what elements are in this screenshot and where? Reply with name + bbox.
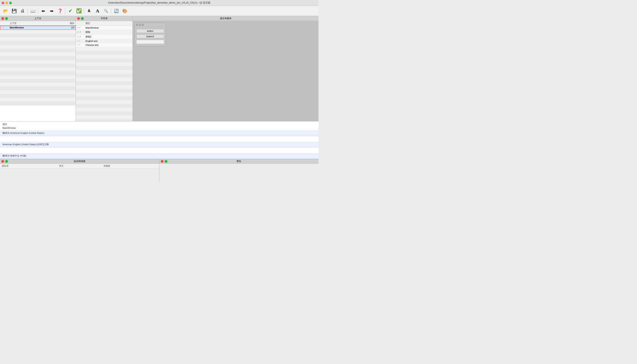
- stripe-row: [76, 62, 132, 66]
- window-title: /Users/leo/Documents/code/cppProject/lan…: [108, 1, 210, 5]
- forward-button[interactable]: ➡: [48, 7, 56, 15]
- status-icons: ? ✓: [77, 26, 83, 29]
- stripe-row: [76, 47, 132, 51]
- back-button[interactable]: ⬅: [39, 7, 47, 15]
- preview-window-titlebar: [135, 23, 166, 27]
- toolbar-separator-4: [84, 8, 84, 14]
- phrases-panel-controls: ✕ ⊙: [1, 160, 8, 163]
- string-row-status: ✓ ✓: [76, 34, 84, 39]
- book-button[interactable]: 📖: [29, 7, 37, 15]
- context-panel-restore[interactable]: ⊙: [5, 17, 8, 20]
- save-button[interactable]: 💾: [10, 7, 18, 15]
- table-row[interactable]: ? ? MainWindow 1/5: [0, 26, 76, 30]
- status-icons: ? ?: [77, 44, 83, 46]
- comment-en-section: American English (United States) 的译文注释: [0, 142, 318, 148]
- string-row-text: English text: [84, 39, 132, 43]
- stripe-row: [0, 60, 76, 64]
- context-panel-close[interactable]: ✕: [1, 17, 4, 20]
- stripe-row: [76, 104, 132, 108]
- phrases-col-translation: 译文: [57, 164, 102, 168]
- check-icon: ✓: [77, 31, 79, 34]
- context-col-status: [0, 21, 9, 26]
- table-row[interactable]: ✓ ✓ 按钮: [76, 30, 132, 34]
- close-button[interactable]: [2, 2, 4, 4]
- open-button[interactable]: 📂: [2, 7, 10, 15]
- table-row[interactable]: ? ? Chinese text: [76, 43, 132, 47]
- main-layout: ✕ ⊙ 上下文 上下文 项目: [0, 16, 318, 182]
- comment-en-input[interactable]: [3, 149, 316, 152]
- stripe-row: [76, 112, 132, 115]
- stripe-row: [0, 94, 76, 98]
- toolbar-separator-1: [28, 8, 28, 14]
- table-row[interactable]: ? ✓ MainWindow: [76, 26, 132, 30]
- color-button[interactable]: 🎨: [121, 7, 129, 15]
- help-button[interactable]: ❓: [56, 7, 64, 15]
- phrases-panel: ✕ ⊙ 短语和猜测 源短语 译文 准确度: [0, 159, 159, 182]
- preview-button-2[interactable]: button2: [136, 34, 164, 38]
- font-button[interactable]: A: [94, 7, 102, 15]
- ampersand-button[interactable]: &: [85, 7, 93, 15]
- context-panel-header: ✕ ⊙ 上下文: [0, 16, 76, 21]
- preview-button-1[interactable]: button: [136, 29, 164, 33]
- bottom-panels: ✕ ⊙ 短语和猜测 源短语 译文 准确度: [0, 159, 318, 182]
- context-stripe-area: [0, 30, 76, 121]
- stripe-row: [0, 37, 76, 41]
- stripe-row: [0, 48, 76, 52]
- stripe-row: [76, 78, 132, 81]
- context-panel: ✕ ⊙ 上下文 上下文 项目: [0, 16, 76, 121]
- stripe-row: [0, 75, 76, 79]
- string-row-status: ✓ ✓: [76, 30, 84, 34]
- search-button[interactable]: 🔍: [102, 7, 110, 15]
- mark-done-button[interactable]: ✔: [66, 7, 74, 15]
- maximize-button[interactable]: [9, 2, 12, 4]
- stripe-row: [0, 45, 76, 48]
- question-icon: ?: [77, 26, 78, 29]
- string-row-status: ? ?: [76, 43, 84, 47]
- stripe-row: [0, 90, 76, 94]
- stripe-row: [76, 96, 132, 100]
- phrases-panel-close[interactable]: ✕: [1, 160, 4, 163]
- translation-zh-section: 翻译为 简体中文 (中国): [0, 154, 318, 159]
- strings-panel: ✕ ⊙ 字符串 源文 ?: [76, 16, 133, 121]
- strings-col-source: 源文: [84, 21, 132, 26]
- stripe-row: [76, 66, 132, 70]
- stripe-row: [0, 71, 76, 75]
- translate-button[interactable]: 🔄: [112, 7, 120, 15]
- strings-panel-close[interactable]: ✕: [77, 17, 80, 20]
- stripe-row: [76, 81, 132, 85]
- warnings-panel-controls: ✕ ⊙: [161, 160, 167, 163]
- phrases-col-accuracy: 准确度: [102, 164, 159, 168]
- string-row-text: Chinese text: [84, 43, 132, 47]
- string-row-text: 按钮: [84, 30, 132, 34]
- table-row[interactable]: ? ? English text: [76, 39, 132, 43]
- toolbar: 📂 💾 🖨 📖 ⬅ ➡ ❓ ✔ ✅ & A 🔍 🔄 🎨: [0, 6, 318, 16]
- preview-panel: 源文和窗体 button button2: [133, 16, 318, 121]
- strings-panel-restore[interactable]: ⊙: [81, 17, 84, 20]
- question-icon-2: ?: [3, 26, 4, 29]
- mark-all-button[interactable]: ✅: [75, 7, 83, 15]
- warnings-panel-close[interactable]: ✕: [161, 160, 164, 163]
- strings-table: 源文 ? ✓ MainWindow: [76, 21, 132, 47]
- context-row-count: 1/5: [55, 26, 76, 30]
- phrases-panel-header: ✕ ⊙ 短语和猜测: [0, 159, 159, 164]
- stripe-row: [0, 56, 76, 60]
- question-icon: ?: [77, 40, 78, 42]
- toolbar-separator-3: [65, 8, 65, 14]
- print-button[interactable]: 🖨: [19, 7, 27, 15]
- status-icons: ? ?: [1, 26, 7, 29]
- stripe-row: [76, 108, 132, 112]
- source-section: 源文: [0, 122, 318, 131]
- stripe-row: [76, 55, 132, 58]
- stripe-row: [76, 115, 132, 119]
- context-table: 上下文 项目 ? ? MainWindow 1/5: [0, 21, 76, 30]
- strings-table-header: 源文: [76, 21, 132, 26]
- phrases-panel-restore[interactable]: ⊙: [5, 160, 8, 163]
- phrases-table: 源短语 译文 准确度: [0, 164, 159, 168]
- preview-panel-header: 源文和窗体: [133, 16, 318, 21]
- preview-dot-2: [139, 24, 141, 26]
- table-row[interactable]: ✓ ✓ 按钮2: [76, 34, 132, 39]
- warnings-panel-restore[interactable]: ⊙: [164, 160, 167, 163]
- stripe-row: [76, 119, 132, 121]
- translation-en-input[interactable]: [3, 138, 316, 141]
- minimize-button[interactable]: [6, 2, 8, 4]
